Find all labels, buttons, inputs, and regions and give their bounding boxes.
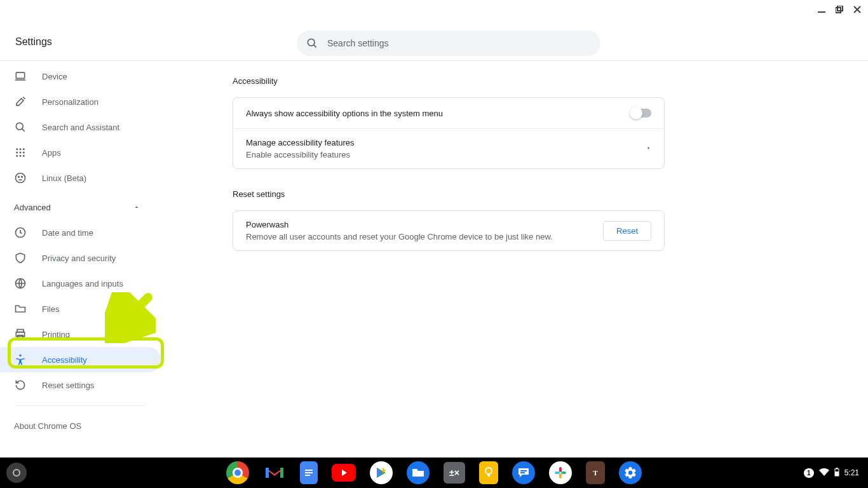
system-tray[interactable]: 1 5:21 [804,468,859,478]
svg-rect-27 [266,468,269,478]
row-manage-features[interactable]: Manage accessibility features Enable acc… [233,128,664,168]
svg-point-14 [16,155,18,157]
accessibility-icon [14,353,27,366]
svg-point-19 [22,177,23,178]
svg-point-8 [16,148,18,150]
sidebar-section-advanced[interactable]: Advanced [0,194,161,220]
content-area: Accessibility Always show accessibility … [161,61,868,458]
sidebar-divider [15,405,146,406]
maximize-icon[interactable] [835,5,844,14]
sidebar-item-label: Printing [42,330,70,339]
svg-rect-34 [520,470,527,471]
shelf-app-settings[interactable] [619,461,642,484]
sidebar-item-languages[interactable]: Languages and inputs [0,271,161,296]
svg-point-25 [19,355,21,356]
laptop-icon [14,70,27,83]
battery-icon [834,468,839,478]
shelf-app-chrome[interactable] [226,461,249,484]
svg-point-3 [308,39,315,46]
svg-point-9 [20,148,22,150]
apps-icon [14,146,27,159]
globe-icon [14,277,27,290]
search-field[interactable] [297,30,600,56]
svg-rect-5 [16,72,24,78]
reset-button[interactable]: Reset [603,221,651,241]
sidebar-item-label: Search and Assistant [42,123,119,132]
sidebar-item-label: Device [42,72,67,81]
svg-rect-33 [487,474,490,477]
toggle-always-show[interactable] [631,109,651,118]
sidebar-item-printing[interactable]: Printing [0,322,161,347]
sidebar-item-about[interactable]: About Chrome OS [0,414,161,431]
sidebar-item-privacy[interactable]: Privacy and security [0,245,161,271]
sidebar-item-files[interactable]: Files [0,296,161,322]
shelf-app-messages[interactable] [512,461,535,484]
svg-rect-36 [559,467,562,472]
tray-time: 5:21 [844,468,859,477]
svg-rect-28 [280,468,283,478]
svg-rect-30 [305,472,313,473]
svg-rect-38 [559,473,562,478]
row-powerwash: Powerwash Remove all user accounts and r… [233,211,664,250]
accessibility-card: Always show accessibility options in the… [233,97,665,169]
sidebar-item-label: Privacy and security [42,254,116,263]
svg-rect-31 [305,475,310,476]
svg-rect-29 [305,470,313,471]
sidebar-item-personalization[interactable]: Personalization [0,89,161,114]
svg-point-13 [23,152,25,154]
row-sublabel: Enable accessibility features [246,150,639,159]
shelf-app-docs[interactable] [300,461,318,484]
svg-rect-24 [18,336,23,339]
sidebar-item-apps[interactable]: Apps [0,140,161,165]
sidebar-item-label: Date and time [42,228,93,238]
shelf-app-text[interactable]: T [586,461,605,484]
shelf-app-play[interactable] [370,461,393,484]
shelf-app-gmail[interactable] [263,461,286,484]
sidebar-item-label: Apps [42,148,61,158]
sidebar-item-label: Files [42,304,59,314]
sidebar-item-device[interactable]: Device [0,64,161,89]
shelf-app-keep[interactable] [479,461,498,484]
svg-point-17 [16,173,25,183]
sidebar-item-label: Linux (Beta) [42,173,86,183]
svg-rect-42 [836,468,837,469]
sidebar-item-accessibility[interactable]: Accessibility [0,347,161,372]
launcher-button[interactable] [6,463,27,483]
shelf: ±× T 1 5:21 [0,458,868,488]
sidebar-item-linux[interactable]: Linux (Beta) [0,165,161,191]
svg-rect-37 [555,471,560,474]
shelf-app-files[interactable] [407,461,430,484]
print-icon [14,328,27,341]
shelf-apps: ±× T [226,461,642,484]
shelf-app-youtube[interactable] [332,464,356,482]
notification-badge[interactable]: 1 [804,468,814,478]
sidebar-item-search-assistant[interactable]: Search and Assistant [0,114,161,140]
row-always-show[interactable]: Always show accessibility options in the… [233,98,664,128]
svg-point-32 [485,468,492,474]
sidebar: Device Personalization Search and Assist… [0,61,161,458]
svg-rect-39 [561,471,566,474]
sidebar-item-label: Personalization [42,97,98,107]
sidebar-section-label: Advanced [14,203,51,212]
sidebar-item-date-time[interactable]: Date and time [0,220,161,245]
chevron-up-icon [130,201,143,214]
minimize-icon[interactable] [817,5,826,14]
search-icon [14,121,27,133]
row-label: Always show accessibility options in the… [246,109,623,118]
shelf-app-slack[interactable] [549,461,572,484]
svg-point-11 [16,152,18,154]
svg-line-7 [22,129,25,132]
reset-icon [14,379,27,391]
shield-icon [14,252,27,264]
row-label: Manage accessibility features [246,138,639,147]
page-title: Settings [15,36,52,48]
close-icon[interactable] [853,5,862,14]
svg-point-15 [20,155,22,157]
sidebar-item-reset[interactable]: Reset settings [0,372,161,398]
search-input[interactable] [327,38,600,48]
shelf-app-calculator[interactable]: ±× [444,462,465,484]
svg-line-4 [314,45,316,48]
row-sublabel: Remove all user accounts and reset your … [246,232,595,241]
svg-rect-35 [520,472,525,473]
search-icon [297,37,327,50]
